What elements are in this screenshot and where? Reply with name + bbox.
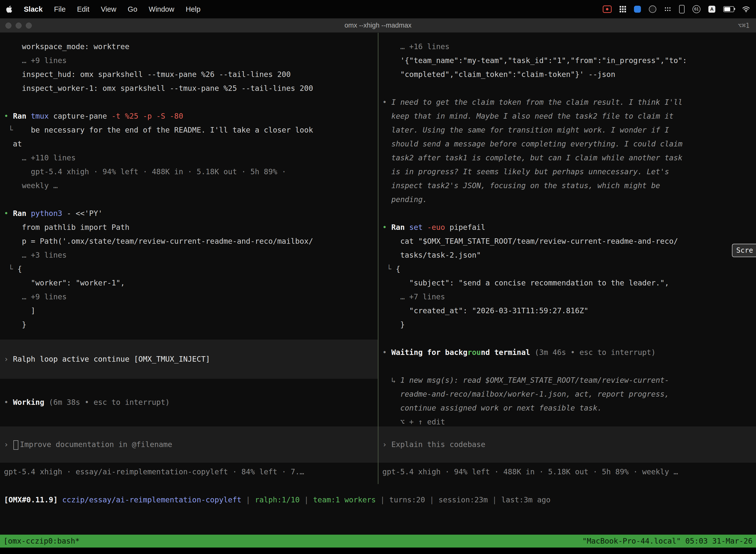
wifi-icon[interactable] (742, 6, 750, 12)
terminal-line: weekly … (4, 179, 376, 192)
terminal-line (382, 359, 754, 373)
terminal-line: • Ran tmux capture-pane -t %25 -p -S -80 (4, 109, 376, 123)
terminal-line: inspect_hud: omx sparkshell --tmux-pane … (4, 67, 376, 81)
terminal-line: └ { (382, 262, 754, 276)
terminal-line: … +110 lines (4, 151, 376, 165)
terminal-line: └ be necessary for the end of the README… (4, 123, 376, 137)
menu-item-file[interactable]: File (54, 5, 66, 13)
terminal-line: … +3 lines (4, 248, 376, 262)
badge-61[interactable]: 61 (693, 5, 700, 13)
terminal-line (382, 332, 754, 345)
minimize-button[interactable] (16, 22, 21, 29)
terminal-line: readme-and-reco/mailbox/worker-1.json, a… (382, 387, 754, 401)
terminal-line: gpt-5.4 xhigh · 94% left · 488K in · 5.1… (4, 165, 376, 179)
terminal-line (382, 81, 754, 95)
menu-item-edit[interactable]: Edit (77, 5, 89, 13)
dark-app-icon[interactable] (649, 5, 656, 13)
terminal-line (4, 192, 376, 207)
terminal-line: workspace_mode: worktree (4, 40, 376, 54)
tmux-status-bar: [omx-cczip0:bash* "MacBook-Pro-44.local"… (0, 535, 756, 548)
terminal-line: … +9 lines (4, 54, 376, 67)
left-pane: workspace_mode: worktree … +9 lines insp… (0, 33, 378, 499)
tmux-session-label: [omx-cczip0:bash* (3, 535, 80, 548)
window-title: omx --xhigh --madmax (0, 21, 756, 29)
menu-bar: Slack File Edit View Go Window Help 61 A (0, 0, 756, 18)
terminal-line: "worker": "worker-1", (4, 276, 376, 290)
terminal-line: at (4, 137, 376, 151)
input-source-icon[interactable]: A (708, 6, 715, 13)
terminal-line: • I need to get the claim token from the… (382, 95, 754, 109)
battery-icon[interactable] (723, 6, 734, 12)
right-composer-input[interactable]: › Explain this codebase (378, 427, 756, 463)
right-status-line: gpt-5.4 xhigh · 94% left · 488K in · 5.1… (382, 465, 754, 479)
menu-item-window[interactable]: Window (149, 5, 174, 13)
right-pane: … +16 lines '{"team_name":"my-team","tas… (378, 33, 756, 499)
terminal-line: • Waiting for background terminal (3m 46… (382, 345, 754, 359)
window-shortcut: ⌥⌘1 (738, 22, 756, 29)
terminal-line: ↳ 1 new msg(s): read $OMX_TEAM_STATE_ROO… (382, 373, 754, 387)
terminal-line: "created_at": "2026-03-31T11:59:27.816Z" (382, 304, 754, 318)
terminal-line: ] (4, 304, 376, 318)
terminal-line: pending. (382, 192, 754, 207)
terminal-line (4, 95, 376, 109)
terminal-line: inspect_worker-1: omx sparkshell --tmux-… (4, 81, 376, 95)
menu-item-view[interactable]: View (101, 5, 116, 13)
terminal-line: … +9 lines (4, 290, 376, 304)
window-titlebar: omx --xhigh --madmax ⌥⌘1 (0, 18, 756, 33)
zoom-button[interactable] (26, 22, 32, 29)
right-composer-text: › Explain this codebase (378, 438, 756, 451)
terminal-line: tasks/task-2.json" (382, 248, 754, 262)
terminal-panes: workspace_mode: worktree … +9 lines insp… (0, 33, 756, 499)
right-pane-log: … +16 lines '{"team_name":"my-team","tas… (378, 33, 756, 429)
menu-item-go[interactable]: Go (128, 5, 137, 13)
terminal-line: task2 after task1 is complete, but can I… (382, 151, 754, 165)
traffic-lights (0, 22, 32, 29)
terminal: workspace_mode: worktree … +9 lines insp… (0, 33, 756, 535)
grid-icon[interactable] (620, 6, 626, 12)
terminal-line: continue assigned work or next feasible … (382, 401, 754, 415)
terminal-line: } (4, 318, 376, 332)
device-icon[interactable] (679, 5, 685, 13)
close-button[interactable] (5, 22, 11, 29)
terminal-line: p = Path('.omx/state/team/review-current… (4, 234, 376, 248)
terminal-line (382, 207, 754, 220)
menu-item-help[interactable]: Help (186, 5, 201, 13)
terminal-line: "completed","claim_token":"claim-token"}… (382, 67, 754, 81)
terminal-line: '{"team_name":"my-team","task_id":"1","f… (382, 54, 754, 67)
left-status-line: gpt-5.4 xhigh · essay/ai-reimplementatio… (4, 465, 376, 479)
ralph-loop-text: › Ralph loop active continue [OMX_TMUX_I… (0, 352, 378, 366)
ralph-loop-banner[interactable]: › Ralph loop active continue [OMX_TMUX_I… (0, 340, 378, 379)
left-composer-text: › Improve documentation in @filename (0, 438, 378, 451)
terminal-line: keep that in mind. Maybe I also need the… (382, 109, 754, 123)
terminal-line: └ { (4, 262, 376, 276)
active-app-menu[interactable]: Slack (24, 5, 43, 13)
omx-session-status-bar: [OMX#0.11.9] cczip/essay/ai-reimplementa… (4, 493, 756, 507)
screen-recording-icon[interactable] (603, 5, 612, 13)
apple-menu-icon[interactable] (6, 5, 12, 13)
terminal-line: should send a message before completing … (382, 137, 754, 151)
terminal-line: • Ran python3 - <<'PY' (4, 207, 376, 220)
terminal-line: cat "$OMX_TEAM_STATE_ROOT/team/review-cu… (382, 234, 754, 248)
terminal-line: … +16 lines (382, 40, 754, 54)
terminal-line: "subject": "send a concise recommendatio… (382, 276, 754, 290)
terminal-line: from pathlib import Path (4, 220, 376, 234)
left-composer-input[interactable]: › Improve documentation in @filename (0, 427, 378, 463)
terminal-line: … +7 lines (382, 290, 754, 304)
terminal-line: inspect task2's JSON, focusing on the st… (382, 179, 754, 192)
dots-grid-icon[interactable] (664, 7, 671, 12)
terminal-line: } (382, 318, 754, 332)
left-pane-log: workspace_mode: worktree … +9 lines insp… (0, 33, 378, 332)
blue-app-icon[interactable] (634, 6, 641, 13)
tmux-host-clock: "MacBook-Pro-44.local" 05:03 31-Mar-26 (582, 535, 753, 548)
working-status: • Working (6m 38s • esc to interrupt) (4, 395, 376, 409)
terminal-line: later. Using the same for transition mig… (382, 123, 754, 137)
terminal-line: • Ran set -euo pipefail (382, 220, 754, 234)
screen-popup[interactable]: Scre (732, 244, 756, 257)
terminal-line: is in progress? It seems likely but perh… (382, 165, 754, 179)
